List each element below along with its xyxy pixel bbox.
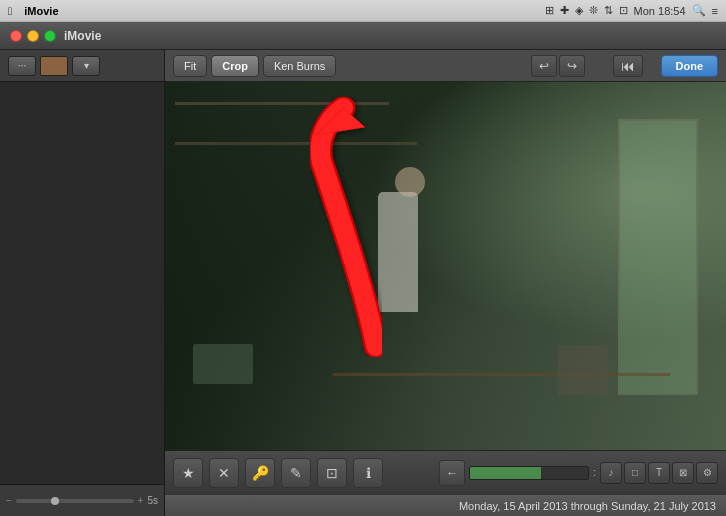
sidebar-bottom: − + 5s bbox=[0, 484, 164, 516]
undo-redo-group: ↩ ↪ bbox=[531, 55, 585, 77]
menubar-icon-3: ◈ bbox=[575, 4, 583, 17]
video-toolbar: Fit Crop Ken Burns ↩ ↪ ⏮ Done bbox=[165, 50, 726, 82]
clip-button[interactable]: □ bbox=[624, 462, 646, 484]
menubar-icon-4: ❊ bbox=[589, 4, 598, 17]
undo-button[interactable]: ↩ bbox=[531, 55, 557, 77]
menubar-icon-1: ⊞ bbox=[545, 4, 554, 17]
done-button[interactable]: Done bbox=[661, 55, 719, 77]
menubar-time: Mon 18:54 bbox=[634, 5, 686, 17]
menubar-icon-5: ⊡ bbox=[619, 4, 628, 17]
menubar-wifi-icon: ⇅ bbox=[604, 4, 613, 17]
close-button[interactable] bbox=[10, 30, 22, 42]
statusbar: Monday, 15 April 2013 through Sunday, 21… bbox=[165, 494, 726, 516]
bottom-toolbar: ★ ✕ 🔑 ✎ ⊡ ℹ ← : ♪ □ T ⊠ ⚙ bbox=[165, 450, 726, 494]
app-window: iMovie ··· ▾ − + 5s bbox=[0, 22, 726, 516]
menubar-right: ⊞ ✚ ◈ ❊ ⇅ ⊡ Mon 18:54 🔍 ≡ bbox=[545, 4, 718, 17]
transition-button[interactable]: ⊠ bbox=[672, 462, 694, 484]
minimize-button[interactable] bbox=[27, 30, 39, 42]
sidebar-content bbox=[0, 82, 164, 484]
zoom-label: 5s bbox=[147, 495, 158, 506]
progress-bar[interactable] bbox=[469, 466, 589, 480]
play-button[interactable]: ⏮ bbox=[613, 55, 643, 77]
info-button[interactable]: ℹ bbox=[353, 458, 383, 488]
ken-burns-button[interactable]: Ken Burns bbox=[263, 55, 336, 77]
sidebar-thumbnail bbox=[40, 56, 68, 76]
back-button[interactable]: ← bbox=[439, 460, 465, 486]
sidebar-btn-1[interactable]: ··· bbox=[8, 56, 36, 76]
key-button[interactable]: 🔑 bbox=[245, 458, 275, 488]
star-button[interactable]: ★ bbox=[173, 458, 203, 488]
fit-button[interactable]: Fit bbox=[173, 55, 207, 77]
app-content: ··· ▾ − + 5s Fit Crop bbox=[0, 50, 726, 516]
window-controls bbox=[10, 30, 56, 42]
crop-tool-button[interactable]: ⊡ bbox=[317, 458, 347, 488]
titlebar: iMovie bbox=[0, 22, 726, 50]
redo-button[interactable]: ↪ bbox=[559, 55, 585, 77]
menubar-menu-icon[interactable]: ≡ bbox=[712, 5, 718, 17]
tool-buttons: ♪ □ T ⊠ ⚙ bbox=[600, 462, 718, 484]
video-frame bbox=[165, 82, 726, 450]
app-title: iMovie bbox=[64, 29, 101, 43]
arrow-annotation bbox=[265, 97, 465, 357]
app-menu:  iMovie bbox=[8, 5, 59, 17]
sidebar-toolbar: ··· ▾ bbox=[0, 50, 164, 82]
menubar-icon-2: ✚ bbox=[560, 4, 569, 17]
reject-button[interactable]: ✕ bbox=[209, 458, 239, 488]
music-button[interactable]: ♪ bbox=[600, 462, 622, 484]
playback-controls: ← : ♪ □ T ⊠ ⚙ bbox=[439, 460, 718, 486]
apple-menu-icon[interactable]:  bbox=[8, 5, 12, 17]
sidebar: ··· ▾ − + 5s bbox=[0, 50, 165, 516]
zoom-slider[interactable] bbox=[16, 499, 134, 503]
app-name: iMovie bbox=[24, 5, 58, 17]
video-area: Fit Crop Ken Burns ↩ ↪ ⏮ Done bbox=[165, 50, 726, 516]
edit-button[interactable]: ✎ bbox=[281, 458, 311, 488]
menubar:  iMovie ⊞ ✚ ◈ ❊ ⇅ ⊡ Mon 18:54 🔍 ≡ bbox=[0, 0, 726, 22]
menubar-search-icon[interactable]: 🔍 bbox=[692, 4, 706, 17]
sidebar-btn-2[interactable]: ▾ bbox=[72, 56, 100, 76]
settings-button[interactable]: ⚙ bbox=[696, 462, 718, 484]
crop-button[interactable]: Crop bbox=[211, 55, 259, 77]
text-button[interactable]: T bbox=[648, 462, 670, 484]
statusbar-text: Monday, 15 April 2013 through Sunday, 21… bbox=[459, 500, 716, 512]
maximize-button[interactable] bbox=[44, 30, 56, 42]
